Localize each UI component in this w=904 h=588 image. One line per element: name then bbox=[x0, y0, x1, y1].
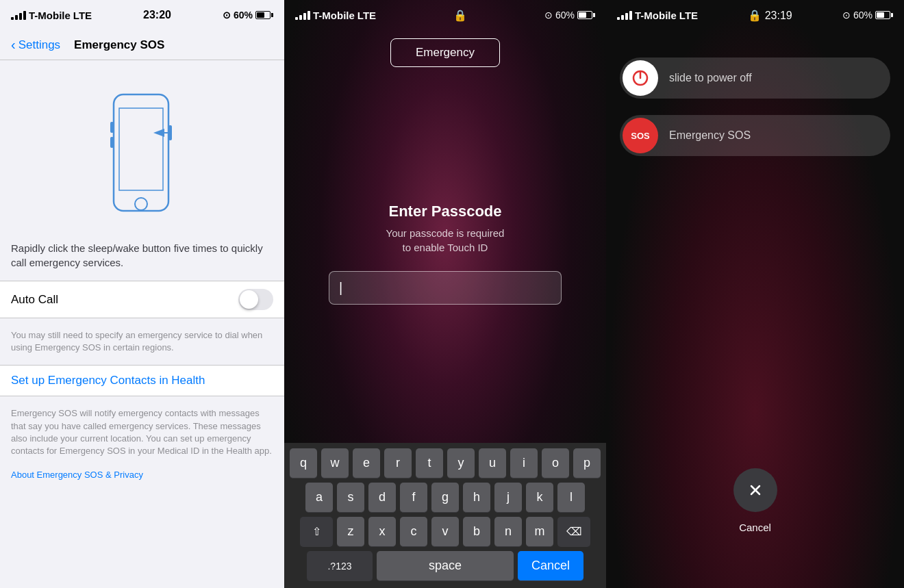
battery-fill-1 bbox=[257, 12, 264, 18]
privacy-link[interactable]: About Emergency SOS & Privacy bbox=[11, 470, 143, 480]
key-a[interactable]: a bbox=[305, 483, 333, 513]
key-cancel[interactable]: Cancel bbox=[518, 551, 583, 581]
key-r[interactable]: r bbox=[384, 448, 412, 478]
key-row-1: q w e r t y u i o p bbox=[287, 448, 603, 478]
key-d[interactable]: d bbox=[368, 483, 396, 513]
passcode-input-wrap bbox=[329, 271, 562, 305]
carrier-1: T-Mobile bbox=[29, 10, 71, 21]
emergency-contacts-row: Set up Emergency Contacts in Health bbox=[0, 366, 284, 396]
auto-call-toggle[interactable] bbox=[238, 289, 273, 310]
key-row-2: a s d f g h j k l bbox=[287, 483, 603, 513]
key-z[interactable]: z bbox=[337, 517, 364, 547]
emergency-contacts-link[interactable]: Set up Emergency Contacts in Health bbox=[11, 374, 205, 387]
emergency-sos-slider-label: Emergency SOS bbox=[658, 129, 751, 142]
signal-bar bbox=[629, 11, 632, 20]
svg-rect-0 bbox=[114, 94, 168, 211]
key-f[interactable]: f bbox=[400, 483, 427, 513]
signal-bars-3 bbox=[617, 11, 632, 20]
signal-bar bbox=[23, 11, 26, 20]
cancel-button-3[interactable] bbox=[733, 468, 777, 512]
battery-tip-3 bbox=[891, 13, 893, 17]
auto-call-label: Auto Call bbox=[11, 293, 58, 307]
power-status-right: ⊙ 60% bbox=[842, 10, 893, 21]
key-shift[interactable]: ⇧ bbox=[300, 517, 333, 547]
emergency-button[interactable]: Emergency bbox=[390, 38, 500, 67]
battery-tip-2 bbox=[593, 13, 595, 17]
auto-call-section: Auto Call bbox=[0, 281, 284, 318]
key-backspace[interactable]: ⌫ bbox=[557, 517, 590, 547]
key-o[interactable]: o bbox=[542, 448, 569, 478]
battery-icon-3 bbox=[875, 11, 893, 19]
lock-status-left: T-Mobile LTE bbox=[295, 10, 376, 21]
key-g[interactable]: g bbox=[431, 483, 459, 513]
key-u[interactable]: u bbox=[479, 448, 506, 478]
key-i[interactable]: i bbox=[510, 448, 538, 478]
key-x[interactable]: x bbox=[368, 517, 396, 547]
signal-bar bbox=[19, 13, 22, 20]
battery-fill-2 bbox=[579, 12, 586, 18]
power-svg-icon bbox=[631, 68, 650, 88]
network-3: LTE bbox=[679, 10, 698, 21]
battery-body-1 bbox=[255, 11, 271, 19]
key-t[interactable]: t bbox=[416, 448, 443, 478]
key-k[interactable]: k bbox=[526, 483, 553, 513]
key-b[interactable]: b bbox=[463, 517, 490, 547]
signal-bar bbox=[303, 13, 306, 20]
key-n[interactable]: n bbox=[494, 517, 522, 547]
emergency-sos-slider[interactable]: SOS Emergency SOS bbox=[620, 115, 890, 156]
network-2: LTE bbox=[357, 10, 376, 21]
key-w[interactable]: w bbox=[321, 448, 349, 478]
page-title: Emergency SOS bbox=[74, 38, 164, 52]
key-v[interactable]: v bbox=[431, 517, 459, 547]
power-off-slider[interactable]: slide to power off bbox=[620, 57, 890, 99]
key-c[interactable]: c bbox=[400, 517, 427, 547]
power-content-inner: slide to power off SOS Emergency SOS bbox=[620, 51, 890, 172]
settings-panel: T-Mobile LTE 23:20 ⊙ 60% ‹ Settings Emer… bbox=[0, 0, 284, 588]
carrier-2: T-Mobile bbox=[313, 10, 355, 21]
key-y[interactable]: y bbox=[447, 448, 475, 478]
power-icon-circle bbox=[623, 60, 658, 96]
power-screen-panel: T-Mobile LTE 🔒 23:19 ⊙ 60% bbox=[606, 0, 904, 588]
battery-percent-2: 60% bbox=[555, 10, 575, 21]
description-text: Rapidly click the sleep/wake button five… bbox=[0, 241, 284, 281]
back-button[interactable]: ‹ Settings bbox=[11, 37, 60, 53]
signal-bar bbox=[307, 11, 310, 20]
sos-icon-circle: SOS bbox=[623, 118, 658, 153]
passcode-title: Enter Passcode bbox=[388, 203, 501, 220]
lock-content: Emergency Enter Passcode Your passcode i… bbox=[284, 30, 606, 588]
battery-percent-3: 60% bbox=[853, 10, 872, 21]
key-q[interactable]: q bbox=[290, 448, 317, 478]
status-bar-left-1: T-Mobile LTE bbox=[11, 10, 92, 21]
battery-body-2 bbox=[577, 11, 592, 19]
key-l[interactable]: l bbox=[557, 483, 585, 513]
signal-bars-2 bbox=[295, 11, 310, 20]
passcode-input[interactable] bbox=[329, 271, 562, 305]
signal-bar bbox=[625, 13, 628, 20]
svg-rect-4 bbox=[110, 122, 114, 133]
signal-bars-1 bbox=[11, 11, 26, 20]
key-numbers[interactable]: .?123 bbox=[307, 551, 373, 581]
power-off-label: slide to power off bbox=[658, 72, 752, 84]
status-bar-2: T-Mobile LTE 🔒 ⊙ 60% bbox=[284, 0, 606, 30]
key-j[interactable]: j bbox=[494, 483, 522, 513]
cancel-label-3: Cancel bbox=[739, 522, 771, 533]
key-h[interactable]: h bbox=[463, 483, 490, 513]
svg-rect-5 bbox=[110, 137, 114, 148]
battery-tip-1 bbox=[271, 13, 273, 17]
key-m[interactable]: m bbox=[526, 517, 553, 547]
key-space[interactable]: space bbox=[377, 551, 514, 581]
nav-bar-1: ‹ Settings Emergency SOS bbox=[0, 30, 284, 60]
cancel-x-icon bbox=[747, 482, 764, 498]
auto-call-note: You may still need to specify an emergen… bbox=[0, 324, 284, 365]
emergency-contacts-body: Emergency SOS will notify emergency cont… bbox=[0, 402, 284, 468]
key-p[interactable]: p bbox=[573, 448, 601, 478]
key-s[interactable]: s bbox=[337, 483, 364, 513]
location-icon-3: ⊙ bbox=[842, 10, 851, 21]
cancel-area: Cancel bbox=[733, 468, 777, 533]
location-icon-2: ⊙ bbox=[544, 10, 553, 21]
passcode-subtitle: Your passcode is required to enable Touc… bbox=[386, 226, 505, 255]
power-status-left: T-Mobile LTE bbox=[617, 10, 698, 21]
power-content: slide to power off SOS Emergency SOS Can… bbox=[606, 30, 904, 588]
lock-status-right: ⊙ 60% bbox=[544, 10, 595, 21]
key-e[interactable]: e bbox=[353, 448, 380, 478]
